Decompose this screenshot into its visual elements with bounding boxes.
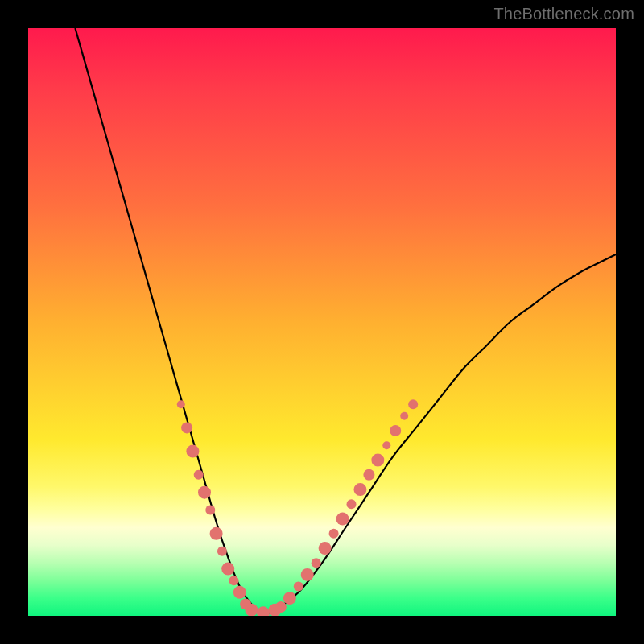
- overlay-point: [319, 542, 332, 555]
- overlay-point: [194, 470, 204, 480]
- overlay-point: [217, 547, 227, 556]
- overlay-point: [229, 576, 239, 585]
- chart-frame: TheBottleneck.com: [0, 0, 644, 644]
- overlay-points-group: [177, 399, 418, 616]
- watermark-text: TheBottleneck.com: [493, 5, 634, 23]
- overlay-point: [371, 454, 384, 467]
- overlay-point: [294, 582, 303, 592]
- overlay-point: [275, 601, 287, 613]
- overlay-point: [408, 399, 418, 409]
- overlay-point: [257, 606, 270, 616]
- overlay-point: [312, 558, 321, 568]
- overlay-point: [301, 568, 314, 581]
- overlay-point: [400, 412, 408, 420]
- overlay-point: [382, 441, 390, 449]
- chart-svg: [28, 28, 616, 616]
- overlay-point: [390, 425, 401, 436]
- overlay-point: [198, 486, 211, 499]
- overlay-point: [205, 506, 215, 515]
- overlay-point: [329, 529, 339, 539]
- bottleneck-curve: [75, 28, 616, 613]
- overlay-point: [177, 400, 185, 408]
- plot-area: [28, 28, 616, 616]
- overlay-point: [353, 483, 366, 496]
- overlay-point: [186, 445, 199, 458]
- overlay-point: [347, 499, 357, 509]
- overlay-point: [181, 422, 192, 433]
- overlay-point: [210, 527, 223, 540]
- overlay-point: [336, 513, 349, 526]
- overlay-point: [363, 469, 374, 481]
- overlay-point: [283, 592, 296, 605]
- overlay-point: [245, 604, 258, 616]
- overlay-point: [221, 563, 234, 576]
- overlay-point: [233, 586, 246, 599]
